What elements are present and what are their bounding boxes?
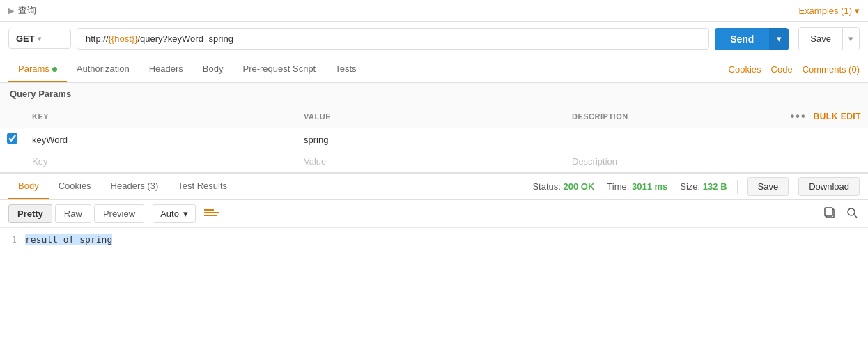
response-status: Status: 200 OK Time: 3011 ms Size: 132 B [532, 181, 727, 192]
format-auto-select[interactable]: Auto ▾ [153, 204, 196, 223]
svg-point-5 [848, 208, 855, 215]
table-row: keyWord spring [0, 128, 868, 151]
line-number-1: 1 [0, 234, 25, 245]
format-raw-button[interactable]: Raw [55, 204, 91, 223]
more-options-icon[interactable]: ••• [791, 110, 807, 123]
size-value: 132 B [703, 181, 727, 192]
code-link[interactable]: Code [771, 64, 793, 75]
empty-key-cell[interactable]: Key [25, 151, 297, 172]
send-button[interactable]: Send [715, 28, 769, 50]
send-dropdown-icon: ▾ [777, 33, 782, 44]
save-button-group: Save ▾ [798, 27, 860, 50]
url-bar: GET ▾ http://{{host}}/query?keyWord=spri… [0, 22, 868, 56]
svg-rect-4 [825, 208, 832, 216]
format-left: Pretty Raw Preview Auto ▾ [8, 204, 219, 223]
copy-icon[interactable] [822, 205, 837, 223]
examples-chevron-icon: ▾ [855, 6, 860, 16]
search-icon[interactable] [844, 205, 860, 223]
url-host: {{host}} [109, 33, 138, 44]
time-label: Time: 3011 ms [607, 181, 667, 192]
col-value: VALUE [297, 105, 565, 128]
query-label: 查询 [18, 4, 36, 17]
svg-rect-0 [204, 209, 214, 211]
comments-link[interactable]: Comments (0) [803, 64, 860, 75]
response-tab-cookies[interactable]: Cookies [49, 174, 101, 199]
tab-params[interactable]: Params [8, 56, 67, 82]
empty-checkbox-cell [0, 151, 25, 172]
empty-desc-cell[interactable]: Description [565, 151, 868, 172]
tab-tests[interactable]: Tests [325, 56, 366, 82]
send-dropdown-button[interactable]: ▾ [769, 28, 789, 50]
size-label: Size: 132 B [680, 181, 727, 192]
method-select[interactable]: GET ▾ [8, 29, 71, 49]
status-label: Status: 200 OK [532, 181, 594, 192]
row-value-cell[interactable]: spring [297, 128, 565, 151]
response-bar: Body Cookies Headers (3) Test Results St… [0, 172, 868, 200]
send-button-group: Send ▾ [715, 28, 789, 50]
code-line-1: 1 result of spring [0, 234, 868, 245]
col-description: DESCRIPTION ••• Bulk Edit [565, 105, 868, 128]
save-dropdown-icon: ▾ [848, 33, 853, 44]
method-label: GET [16, 33, 35, 44]
tab-body[interactable]: Body [193, 56, 233, 82]
cookies-link[interactable]: Cookies [729, 64, 761, 75]
top-bar: ▶ 查询 Examples (1) ▾ [0, 0, 868, 22]
status-value: 200 OK [564, 181, 595, 192]
col-checkbox [0, 105, 25, 128]
table-empty-row: Key Value Description [0, 151, 868, 172]
empty-value-cell[interactable]: Value [297, 151, 565, 172]
query-params-header: Query Params [0, 83, 868, 105]
response-tab-headers[interactable]: Headers (3) [101, 174, 169, 199]
time-value: 3011 ms [632, 181, 667, 192]
format-right [822, 205, 860, 223]
row-key-cell[interactable]: keyWord [25, 128, 297, 151]
auto-chevron-icon: ▾ [183, 208, 188, 219]
svg-rect-2 [204, 215, 217, 216]
svg-line-6 [854, 215, 857, 218]
url-suffix: /query?keyWord=spring [137, 33, 233, 44]
response-tab-test-results[interactable]: Test Results [168, 174, 237, 199]
save-button[interactable]: Save [799, 28, 842, 50]
bulk-edit-button[interactable]: Bulk Edit [814, 112, 862, 121]
query-toggle[interactable]: ▶ 查询 [8, 4, 36, 17]
code-area: 1 result of spring [0, 228, 868, 251]
params-dot [52, 67, 57, 72]
request-tabs-right: Cookies Code Comments (0) [729, 64, 860, 75]
request-tabs-left: Params Authorization Headers Body Pre-re… [8, 56, 366, 82]
params-table: KEY VALUE DESCRIPTION ••• Bulk Edit keyW… [0, 105, 868, 172]
expand-arrow-icon: ▶ [8, 6, 14, 15]
response-tab-body[interactable]: Body [8, 174, 49, 199]
save-dropdown-button[interactable]: ▾ [842, 28, 859, 50]
row-checkbox-cell[interactable] [0, 128, 25, 151]
tab-authorization[interactable]: Authorization [67, 56, 139, 82]
divider [737, 180, 738, 194]
method-chevron-icon: ▾ [38, 35, 41, 43]
examples-link[interactable]: Examples (1) ▾ [798, 6, 860, 16]
svg-rect-1 [204, 212, 219, 213]
examples-text: Examples (1) [798, 6, 852, 16]
row-desc-cell[interactable] [565, 128, 868, 151]
format-pretty-button[interactable]: Pretty [8, 204, 52, 223]
row-checkbox[interactable] [7, 133, 17, 144]
tab-headers[interactable]: Headers [139, 56, 193, 82]
line-content-1: result of spring [25, 234, 112, 245]
response-download-button[interactable]: Download [798, 177, 860, 196]
request-tabs-row: Params Authorization Headers Body Pre-re… [0, 56, 868, 83]
url-prefix: http:// [86, 33, 109, 44]
col-key: KEY [25, 105, 297, 128]
tab-prerequest[interactable]: Pre-request Script [233, 56, 325, 82]
format-preview-button[interactable]: Preview [94, 204, 144, 223]
response-meta: Status: 200 OK Time: 3011 ms Size: 132 B… [532, 177, 860, 196]
response-tabs-left: Body Cookies Headers (3) Test Results [8, 174, 237, 199]
response-save-button[interactable]: Save [747, 177, 789, 196]
format-bar: Pretty Raw Preview Auto ▾ [0, 200, 868, 228]
url-input-wrapper[interactable]: http://{{host}}/query?keyWord=spring [77, 28, 709, 50]
wrap-icon[interactable] [204, 207, 219, 221]
